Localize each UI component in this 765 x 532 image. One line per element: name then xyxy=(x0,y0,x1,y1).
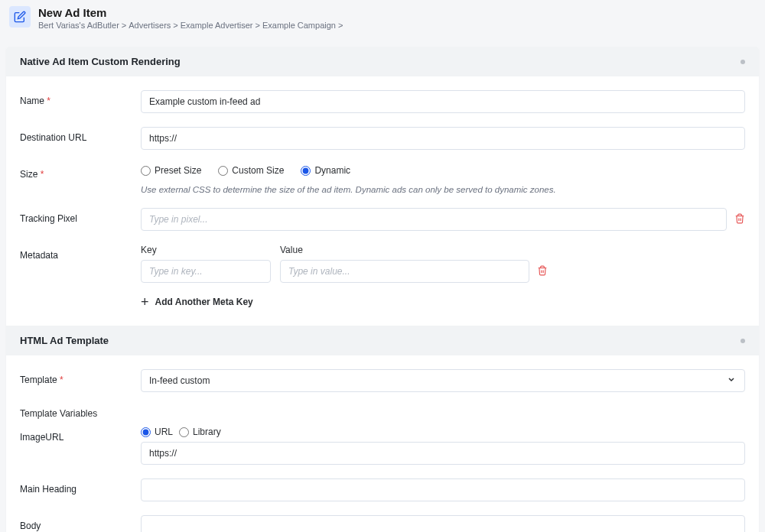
section-title: Native Ad Item Custom Rendering xyxy=(20,56,181,67)
page-title: New Ad Item xyxy=(38,6,345,19)
radio-custom-input[interactable] xyxy=(218,166,228,176)
edit-icon xyxy=(9,6,31,28)
main-heading-input[interactable] xyxy=(141,478,745,501)
label-destination-url: Destination URL xyxy=(20,127,141,143)
plus-icon: + xyxy=(141,295,149,309)
collapse-dot-icon[interactable] xyxy=(741,339,745,343)
radio-custom-size[interactable]: Custom Size xyxy=(218,165,284,176)
label-metadata: Metadata xyxy=(20,245,141,261)
imageurl-input[interactable] xyxy=(141,442,745,465)
label-template: Template xyxy=(20,369,141,385)
section-header-native[interactable]: Native Ad Item Custom Rendering xyxy=(6,47,759,76)
label-meta-key: Key xyxy=(141,245,271,255)
template-select[interactable]: In-feed custom xyxy=(141,369,745,392)
radio-library-input[interactable] xyxy=(179,427,189,437)
label-name: Name xyxy=(20,90,141,106)
radio-url[interactable]: URL xyxy=(141,427,173,437)
label-main-heading: Main Heading xyxy=(20,478,141,495)
label-imageurl: ImageURL xyxy=(20,427,141,443)
radio-url-input[interactable] xyxy=(141,427,151,437)
label-tracking-pixel: Tracking Pixel xyxy=(20,208,141,224)
body-input[interactable] xyxy=(141,515,745,532)
label-size: Size xyxy=(20,164,141,180)
destination-url-input[interactable] xyxy=(141,127,745,150)
radio-dynamic-input[interactable] xyxy=(301,166,311,176)
page-header: New Ad Item Bert Varias's AdButler>Adver… xyxy=(0,0,765,36)
radio-library[interactable]: Library xyxy=(179,427,221,437)
trash-icon[interactable] xyxy=(734,213,745,226)
label-meta-value: Value xyxy=(280,245,548,255)
section-title: HTML Ad Template xyxy=(20,335,109,346)
radio-preset-size[interactable]: Preset Size xyxy=(141,165,201,176)
size-help-text: Use external CSS to determine the size o… xyxy=(141,185,745,194)
meta-key-input[interactable] xyxy=(141,260,271,283)
add-another-meta-button[interactable]: + Add Another Meta Key xyxy=(141,295,745,309)
breadcrumb[interactable]: Bert Varias's AdButler>Advertisers>Examp… xyxy=(38,21,345,30)
label-template-variables: Template Variables xyxy=(20,406,745,419)
tracking-pixel-input[interactable] xyxy=(141,208,727,231)
radio-dynamic-size[interactable]: Dynamic xyxy=(301,165,350,176)
name-input[interactable] xyxy=(141,90,745,113)
meta-value-input[interactable] xyxy=(280,260,529,283)
radio-preset-input[interactable] xyxy=(141,166,151,176)
trash-icon[interactable] xyxy=(537,265,548,278)
label-body: Body xyxy=(20,515,141,531)
section-header-html-template[interactable]: HTML Ad Template xyxy=(6,326,759,355)
collapse-dot-icon[interactable] xyxy=(741,60,745,64)
